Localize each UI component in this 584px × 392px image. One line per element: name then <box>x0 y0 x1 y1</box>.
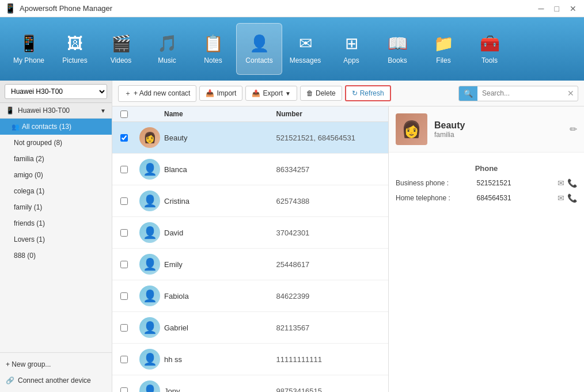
contact-name: Blanca <box>164 165 276 174</box>
row-checkbox-area <box>112 292 135 300</box>
call-action-1[interactable]: 📞 <box>567 193 577 203</box>
contacts-table-area: Name Number 👩 Beauty 521521521, 68456453… <box>112 106 584 392</box>
call-action-0[interactable]: 📞 <box>567 178 577 188</box>
group-icon-all: 👥 <box>12 123 20 131</box>
detail-group: familia <box>434 131 465 139</box>
maximize-button[interactable]: □ <box>552 3 562 14</box>
row-avatar: 👤 <box>135 222 164 243</box>
toolbar-item-notes[interactable]: 📋 Notes <box>190 23 236 75</box>
toolbar-item-contacts[interactable]: 👤 Contacts <box>236 23 282 75</box>
group-label-not-grouped: Not grouped (8) <box>14 139 62 147</box>
contact-name: Fabiola <box>164 292 276 300</box>
delete-button[interactable]: 🗑 Delete <box>300 86 342 101</box>
export-button[interactable]: 📤 Export ▼ <box>245 86 297 101</box>
detail-name: Beauty <box>434 120 465 131</box>
sidebar: Huawei H30-T00 📱 Huawei H30-T00 ▼ 👥All c… <box>0 81 112 392</box>
select-all-checkbox[interactable] <box>120 111 128 118</box>
action-bar: ＋ + Add new contact 📥 Import 📤 Export ▼ … <box>112 81 584 106</box>
notes-icon: 📋 <box>203 34 223 53</box>
detail-edit-button[interactable]: ✏ <box>570 124 577 135</box>
row-avatar: 👤 <box>135 317 164 338</box>
row-checkbox[interactable] <box>120 292 128 300</box>
toolbar-item-files[interactable]: 📁 Files <box>420 23 467 75</box>
group-label-familia: familia (2) <box>14 155 44 163</box>
sidebar-item-all[interactable]: 👥All contacts (13) <box>0 119 112 135</box>
sidebar-item-888[interactable]: 888 (0) <box>0 248 112 264</box>
minimize-button[interactable]: ─ <box>536 3 547 14</box>
group-label-colega: colega (1) <box>14 187 44 195</box>
apps-label: Apps <box>343 56 359 64</box>
email-action-0[interactable]: ✉ <box>558 178 564 188</box>
contact-avatar: 👤 <box>139 222 160 243</box>
close-button[interactable]: ✕ <box>567 3 579 14</box>
table-area: Name Number 👩 Beauty 521521521, 68456453… <box>112 106 388 392</box>
contact-number: 98753416515 <box>276 387 389 393</box>
sidebar-item-amigo[interactable]: amigo (0) <box>0 167 112 183</box>
table-row[interactable]: 👤 David 37042301 <box>112 217 388 249</box>
new-group-label: + New group... <box>6 360 51 368</box>
export-icon: 📤 <box>252 89 260 97</box>
toolbar-item-books[interactable]: 📖 Books <box>374 23 420 75</box>
import-button[interactable]: 📥 Import <box>199 86 242 101</box>
sidebar-item-familia[interactable]: familia (2) <box>0 151 112 167</box>
window-controls: ─ □ ✕ <box>536 3 579 14</box>
contact-avatar: 👤 <box>139 349 160 370</box>
clear-search-button[interactable]: ✕ <box>564 86 578 100</box>
refresh-button[interactable]: ↻ Refresh <box>345 85 391 101</box>
row-checkbox[interactable] <box>120 134 128 142</box>
sidebar-item-family[interactable]: family (1) <box>0 199 112 215</box>
row-checkbox[interactable] <box>120 166 128 173</box>
sidebar-item-not-grouped[interactable]: Not grouped (8) <box>0 135 112 151</box>
add-contact-button[interactable]: ＋ + Add new contact <box>118 85 196 102</box>
table-row[interactable]: 👤 Blanca 86334257 <box>112 154 388 185</box>
table-row[interactable]: 👤 Fabiola 84622399 <box>112 280 388 312</box>
table-row[interactable]: 👤 Emily 25448617 <box>112 249 388 280</box>
connect-label: Connect another device <box>18 376 91 385</box>
row-checkbox[interactable] <box>120 261 128 268</box>
toolbar-item-pictures[interactable]: 🖼 Pictures <box>52 23 98 75</box>
email-action-1[interactable]: ✉ <box>558 193 564 203</box>
toolbar-item-tools[interactable]: 🧰 Tools <box>467 23 513 75</box>
contact-avatar: 👤 <box>139 191 160 211</box>
detail-body: Phone Business phone : 521521521 ✉ 📞 Hom… <box>389 153 584 215</box>
row-checkbox[interactable] <box>120 197 128 205</box>
toolbar-item-messages[interactable]: ✉ Messages <box>282 23 328 75</box>
field-label-0: Business phone : <box>396 179 477 187</box>
connect-device-button[interactable]: 🔗 Connect another device <box>0 372 112 389</box>
toolbar-item-videos[interactable]: 🎬 Videos <box>98 23 144 75</box>
toolbar-item-music[interactable]: 🎵 Music <box>144 23 190 75</box>
files-icon: 📁 <box>434 34 454 53</box>
my-phone-icon: 📱 <box>19 34 39 53</box>
delete-label: Delete <box>316 89 336 97</box>
device-icon: 📱 <box>6 106 14 115</box>
new-group-button[interactable]: + New group... <box>0 356 112 372</box>
search-input[interactable] <box>477 86 564 100</box>
contact-rows: 👩 Beauty 521521521, 684564531 👤 Blanca 8… <box>112 122 388 392</box>
device-dropdown[interactable]: Huawei H30-T00 <box>5 84 107 99</box>
contact-number: 11111111111 <box>276 355 389 364</box>
detail-avatar: 👩 <box>396 113 427 145</box>
table-row[interactable]: 👤 Cristina 62574388 <box>112 185 388 217</box>
sidebar-footer: + New group... 🔗 Connect another device <box>0 352 112 392</box>
sidebar-item-friends[interactable]: friends (1) <box>0 215 112 231</box>
table-row[interactable]: 👩 Beauty 521521521, 684564531 <box>112 122 388 154</box>
search-button[interactable]: 🔍 <box>459 86 477 101</box>
row-checkbox[interactable] <box>120 324 128 332</box>
sidebar-item-colega[interactable]: colega (1) <box>0 183 112 199</box>
header-checkbox-area <box>112 111 135 118</box>
toolbar-item-my-phone[interactable]: 📱 My Phone <box>6 23 52 75</box>
contact-name: Emily <box>164 260 276 269</box>
row-checkbox[interactable] <box>120 229 128 237</box>
table-row[interactable]: 👤 hh ss 11111111111 <box>112 344 388 375</box>
field-value-1: 684564531 <box>477 194 558 202</box>
table-row[interactable]: 👤 Gabriel 82113567 <box>112 312 388 344</box>
contact-avatar: 👤 <box>139 159 160 180</box>
sidebar-item-lovers[interactable]: Lovers (1) <box>0 231 112 248</box>
table-row[interactable]: 👤 Jony 98753416515 <box>112 375 388 392</box>
row-checkbox[interactable] <box>120 356 128 363</box>
group-label-friends: friends (1) <box>14 219 45 227</box>
tools-label: Tools <box>481 56 498 64</box>
row-checkbox[interactable] <box>120 387 128 393</box>
row-checkbox-area <box>112 261 135 268</box>
toolbar-item-apps[interactable]: ⊞ Apps <box>328 23 374 75</box>
